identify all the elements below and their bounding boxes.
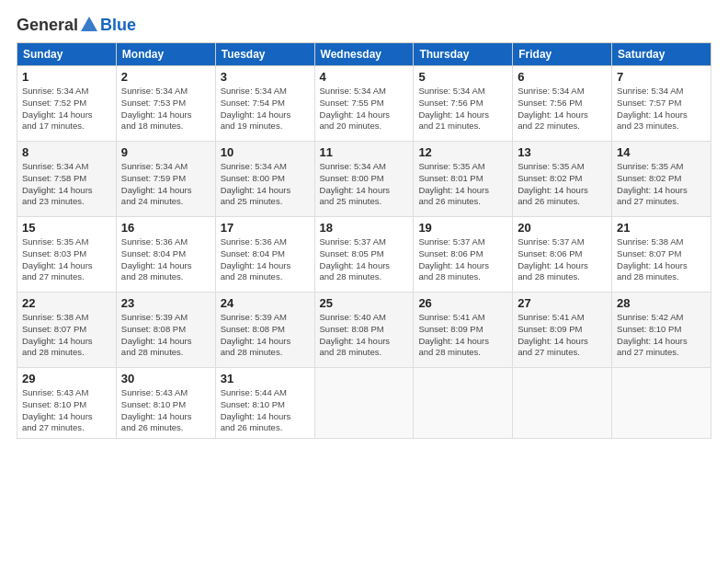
calendar-week-2: 8Sunrise: 5:34 AM Sunset: 7:58 PM Daylig… <box>17 142 711 217</box>
calendar-week-3: 15Sunrise: 5:35 AM Sunset: 8:03 PM Dayli… <box>17 217 711 293</box>
calendar-cell-24: 24Sunrise: 5:39 AM Sunset: 8:08 PM Dayli… <box>215 293 314 368</box>
logo-icon <box>79 15 99 35</box>
calendar-cell-29: 29Sunrise: 5:43 AM Sunset: 8:10 PM Dayli… <box>17 368 117 439</box>
calendar-cell-6: 6Sunrise: 5:34 AM Sunset: 7:56 PM Daylig… <box>513 66 612 142</box>
calendar-cell-25: 25Sunrise: 5:40 AM Sunset: 8:08 PM Dayli… <box>314 293 414 368</box>
calendar-cell-empty-4-4 <box>414 368 513 439</box>
calendar-week-4: 22Sunrise: 5:38 AM Sunset: 8:07 PM Dayli… <box>17 293 711 368</box>
header: General Blue <box>17 15 711 35</box>
calendar-cell-5: 5Sunrise: 5:34 AM Sunset: 7:56 PM Daylig… <box>414 66 513 142</box>
page: General Blue SundayMondayTuesdayWednesda… <box>0 0 728 563</box>
calendar-header-tuesday: Tuesday <box>215 43 314 66</box>
calendar-cell-18: 18Sunrise: 5:37 AM Sunset: 8:05 PM Dayli… <box>314 217 414 293</box>
calendar: SundayMondayTuesdayWednesdayThursdayFrid… <box>17 42 711 439</box>
calendar-cell-21: 21Sunrise: 5:38 AM Sunset: 8:07 PM Dayli… <box>612 217 711 293</box>
calendar-cell-23: 23Sunrise: 5:39 AM Sunset: 8:08 PM Dayli… <box>116 293 215 368</box>
calendar-cell-28: 28Sunrise: 5:42 AM Sunset: 8:10 PM Dayli… <box>612 293 711 368</box>
calendar-cell-1: 1Sunrise: 5:34 AM Sunset: 7:52 PM Daylig… <box>17 66 117 142</box>
logo-text: General Blue <box>17 15 136 35</box>
calendar-cell-31: 31Sunrise: 5:44 AM Sunset: 8:10 PM Dayli… <box>215 368 314 439</box>
calendar-cell-27: 27Sunrise: 5:41 AM Sunset: 8:09 PM Dayli… <box>513 293 612 368</box>
calendar-week-1: 1Sunrise: 5:34 AM Sunset: 7:52 PM Daylig… <box>17 66 711 142</box>
logo: General Blue <box>17 15 136 35</box>
calendar-cell-7: 7Sunrise: 5:34 AM Sunset: 7:57 PM Daylig… <box>612 66 711 142</box>
calendar-cell-14: 14Sunrise: 5:35 AM Sunset: 8:02 PM Dayli… <box>612 142 711 217</box>
calendar-header-friday: Friday <box>513 43 612 66</box>
calendar-cell-empty-4-6 <box>612 368 711 439</box>
calendar-cell-3: 3Sunrise: 5:34 AM Sunset: 7:54 PM Daylig… <box>215 66 314 142</box>
calendar-cell-13: 13Sunrise: 5:35 AM Sunset: 8:02 PM Dayli… <box>513 142 612 217</box>
calendar-header-thursday: Thursday <box>414 43 513 66</box>
calendar-cell-8: 8Sunrise: 5:34 AM Sunset: 7:58 PM Daylig… <box>17 142 117 217</box>
calendar-header-saturday: Saturday <box>612 43 711 66</box>
calendar-header-monday: Monday <box>116 43 215 66</box>
calendar-cell-19: 19Sunrise: 5:37 AM Sunset: 8:06 PM Dayli… <box>414 217 513 293</box>
calendar-cell-4: 4Sunrise: 5:34 AM Sunset: 7:55 PM Daylig… <box>314 66 414 142</box>
calendar-header-row: SundayMondayTuesdayWednesdayThursdayFrid… <box>17 43 711 66</box>
calendar-cell-15: 15Sunrise: 5:35 AM Sunset: 8:03 PM Dayli… <box>17 217 117 293</box>
calendar-cell-10: 10Sunrise: 5:34 AM Sunset: 8:00 PM Dayli… <box>215 142 314 217</box>
calendar-cell-9: 9Sunrise: 5:34 AM Sunset: 7:59 PM Daylig… <box>116 142 215 217</box>
calendar-cell-12: 12Sunrise: 5:35 AM Sunset: 8:01 PM Dayli… <box>414 142 513 217</box>
calendar-cell-26: 26Sunrise: 5:41 AM Sunset: 8:09 PM Dayli… <box>414 293 513 368</box>
calendar-cell-11: 11Sunrise: 5:34 AM Sunset: 8:00 PM Dayli… <box>314 142 414 217</box>
calendar-cell-empty-4-5 <box>513 368 612 439</box>
calendar-cell-22: 22Sunrise: 5:38 AM Sunset: 8:07 PM Dayli… <box>17 293 117 368</box>
calendar-cell-16: 16Sunrise: 5:36 AM Sunset: 8:04 PM Dayli… <box>116 217 215 293</box>
logo-blue: Blue <box>100 16 136 35</box>
logo-general: General <box>17 16 78 35</box>
calendar-header-wednesday: Wednesday <box>314 43 414 66</box>
calendar-cell-17: 17Sunrise: 5:36 AM Sunset: 8:04 PM Dayli… <box>215 217 314 293</box>
calendar-cell-30: 30Sunrise: 5:43 AM Sunset: 8:10 PM Dayli… <box>116 368 215 439</box>
calendar-cell-2: 2Sunrise: 5:34 AM Sunset: 7:53 PM Daylig… <box>116 66 215 142</box>
calendar-cell-20: 20Sunrise: 5:37 AM Sunset: 8:06 PM Dayli… <box>513 217 612 293</box>
svg-marker-0 <box>81 17 97 31</box>
calendar-cell-empty-4-3 <box>314 368 414 439</box>
calendar-week-5: 29Sunrise: 5:43 AM Sunset: 8:10 PM Dayli… <box>17 368 711 439</box>
calendar-header-sunday: Sunday <box>17 43 117 66</box>
